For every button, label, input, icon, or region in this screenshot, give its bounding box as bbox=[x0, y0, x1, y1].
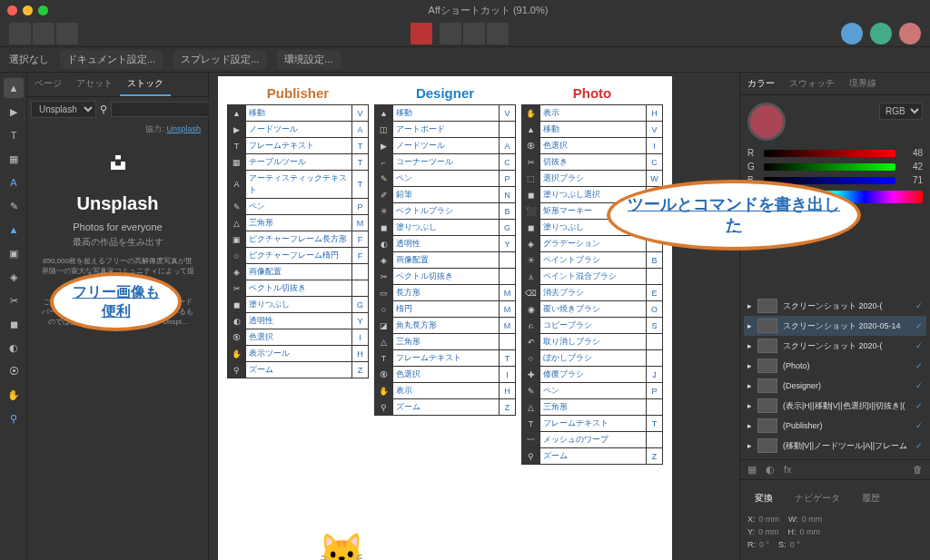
layer-expand-icon[interactable]: ▸ bbox=[747, 401, 752, 410]
shortcut-row: ⍋ペイント混合ブラシ bbox=[522, 269, 663, 285]
tool-icon-cell: △ bbox=[522, 399, 540, 416]
layer-expand-icon[interactable]: ▸ bbox=[747, 321, 752, 330]
artistic-text-tool-icon[interactable]: A bbox=[4, 172, 24, 192]
frame-text-tool-icon[interactable]: T bbox=[4, 125, 24, 145]
layers-delete-icon[interactable]: 🗑 bbox=[913, 464, 923, 476]
toolbar-button[interactable] bbox=[33, 23, 54, 44]
canvas-area[interactable]: Publisher▲移動V▶ノードツールATフレームテキストT▦テーブルツールT… bbox=[209, 73, 739, 560]
tool-name-cell: 修復ブラシ bbox=[540, 367, 647, 383]
g-value[interactable]: 42 bbox=[901, 162, 923, 172]
layer-row[interactable]: ▸(Publisher)✓ bbox=[744, 416, 926, 436]
tab-navigator[interactable]: ナビゲータ bbox=[787, 487, 847, 509]
layers-mask-icon[interactable]: ◐ bbox=[766, 464, 775, 476]
view-tool-icon[interactable]: ✋ bbox=[4, 385, 24, 405]
tool-name-cell: 長方形 bbox=[393, 285, 500, 301]
layer-row[interactable]: ▸スクリーンショット 2020-(✓ bbox=[744, 296, 926, 316]
search-icon[interactable]: ⚲ bbox=[100, 103, 107, 115]
toolbar-button[interactable] bbox=[9, 23, 31, 44]
persona-photo-icon[interactable] bbox=[899, 23, 921, 44]
tab-swatches[interactable]: スウォッチ bbox=[782, 73, 842, 94]
layer-visible-icon[interactable]: ✓ bbox=[915, 401, 923, 410]
layer-expand-icon[interactable]: ▸ bbox=[747, 441, 752, 450]
persona-publisher-icon[interactable] bbox=[841, 23, 863, 44]
layer-row[interactable]: ▸(表示|H||移動|V||色選択|I||切抜き|(✓ bbox=[744, 396, 926, 416]
y-value[interactable]: 0 mm bbox=[758, 527, 779, 536]
r-value[interactable]: 0 ° bbox=[759, 540, 769, 549]
zoom-icon[interactable] bbox=[38, 5, 48, 15]
shortcut-key-cell bbox=[647, 350, 663, 367]
shortcut-key-cell: G bbox=[500, 220, 516, 236]
picture-frame-tool-icon[interactable]: ▣ bbox=[4, 243, 24, 263]
tab-history[interactable]: 履歴 bbox=[855, 487, 887, 509]
tab-color[interactable]: カラー bbox=[740, 73, 782, 94]
layers-panel: ▸スクリーンショット 2020-(✓▸スクリーンショット 2020-05-14✓… bbox=[740, 292, 930, 459]
tool-icon-cell: ⚹ bbox=[375, 203, 393, 220]
r-value[interactable]: 48 bbox=[901, 148, 923, 158]
x-value[interactable]: 0 mm bbox=[759, 515, 780, 524]
toolbar-button[interactable] bbox=[440, 23, 461, 44]
s-value[interactable]: 0 ° bbox=[790, 540, 800, 549]
node-tool-icon[interactable]: ▶ bbox=[4, 102, 24, 122]
snap-toggle-icon[interactable] bbox=[411, 23, 432, 44]
layer-expand-icon[interactable]: ▸ bbox=[747, 301, 752, 310]
layer-row[interactable]: ▸スクリーンショット 2020-(✓ bbox=[744, 336, 926, 356]
fill-tool-icon[interactable]: ◼ bbox=[4, 314, 24, 334]
move-tool-icon[interactable]: ▲ bbox=[4, 78, 24, 98]
tool-name-cell: コーナーツール bbox=[393, 154, 500, 171]
h-value[interactable]: 0 mm bbox=[800, 527, 821, 536]
color-mode-select[interactable]: RGB bbox=[879, 103, 923, 120]
tab-assets[interactable]: アセット bbox=[69, 73, 120, 96]
r-slider[interactable] bbox=[764, 150, 895, 157]
layer-visible-icon[interactable]: ✓ bbox=[915, 421, 923, 430]
place-image-tool-icon[interactable]: ◈ bbox=[4, 267, 24, 287]
minimize-icon[interactable] bbox=[23, 5, 33, 15]
color-swatch-icon[interactable] bbox=[747, 103, 786, 141]
tab-pages[interactable]: ページ bbox=[27, 73, 69, 96]
tool-name-cell: 覆い焼きブラシ bbox=[540, 301, 647, 318]
tab-stroke[interactable]: 境界線 bbox=[842, 73, 884, 94]
document-settings-button[interactable]: ドキュメント設定... bbox=[60, 50, 163, 69]
toolbar-button[interactable] bbox=[487, 23, 509, 44]
g-slider[interactable] bbox=[764, 163, 895, 171]
tab-transform[interactable]: 変換 bbox=[747, 487, 780, 509]
layers-toolbar-icon[interactable]: ▦ bbox=[747, 464, 757, 476]
tab-stock[interactable]: ストック bbox=[120, 73, 171, 96]
persona-designer-icon[interactable] bbox=[870, 23, 892, 44]
layer-visible-icon[interactable]: ✓ bbox=[915, 381, 923, 390]
stock-source-select[interactable]: Unsplash bbox=[31, 101, 96, 118]
layer-row[interactable]: ▸(移動|V||ノードツール|A||フレーム✓ bbox=[744, 436, 926, 456]
layer-row[interactable]: ▸(Designer)✓ bbox=[744, 376, 926, 396]
toolbar-button[interactable] bbox=[463, 23, 485, 44]
layer-expand-icon[interactable]: ▸ bbox=[747, 381, 752, 390]
vector-crop-tool-icon[interactable]: ✂ bbox=[4, 290, 24, 310]
shape-tool-icon[interactable]: ▲ bbox=[4, 220, 24, 240]
close-icon[interactable] bbox=[7, 5, 17, 15]
shortcut-row: TフレームテキストT bbox=[522, 416, 663, 432]
annotation-bubble-right: ツールとコマンドを書き出した bbox=[607, 180, 861, 251]
b-value[interactable]: 71 bbox=[901, 175, 923, 185]
layer-row[interactable]: ▸(Photo)✓ bbox=[744, 356, 926, 376]
pen-tool-icon[interactable]: ✎ bbox=[4, 196, 24, 216]
layer-row[interactable]: ▸スクリーンショット 2020-05-14✓ bbox=[744, 316, 926, 336]
layer-expand-icon[interactable]: ▸ bbox=[747, 421, 752, 430]
w-value[interactable]: 0 mm bbox=[802, 515, 823, 524]
layer-expand-icon[interactable]: ▸ bbox=[747, 341, 752, 350]
spread-settings-button[interactable]: スプレッド設定... bbox=[173, 50, 266, 69]
tool-icon-cell: ▦ bbox=[228, 154, 246, 171]
layer-visible-icon[interactable]: ✓ bbox=[915, 321, 923, 330]
zoom-tool-icon[interactable]: ⚲ bbox=[4, 408, 24, 428]
preferences-button[interactable]: 環境設定... bbox=[277, 50, 340, 69]
table-tool-icon[interactable]: ▦ bbox=[4, 149, 24, 169]
layer-visible-icon[interactable]: ✓ bbox=[915, 441, 923, 450]
layer-visible-icon[interactable]: ✓ bbox=[915, 361, 923, 370]
toolbar-button[interactable] bbox=[56, 23, 78, 44]
layer-expand-icon[interactable]: ▸ bbox=[747, 361, 752, 370]
shortcut-row: ↶取り消しブラシ bbox=[522, 334, 663, 350]
shortcut-row: ◉覆い焼きブラシO bbox=[522, 301, 663, 318]
layer-visible-icon[interactable]: ✓ bbox=[915, 341, 923, 350]
layers-fx-icon[interactable]: fx bbox=[784, 464, 792, 476]
layer-visible-icon[interactable]: ✓ bbox=[915, 301, 923, 310]
credit-link[interactable]: Unsplash bbox=[166, 124, 201, 133]
transparency-tool-icon[interactable]: ◐ bbox=[4, 338, 24, 358]
color-picker-tool-icon[interactable]: ⦿ bbox=[4, 361, 24, 381]
